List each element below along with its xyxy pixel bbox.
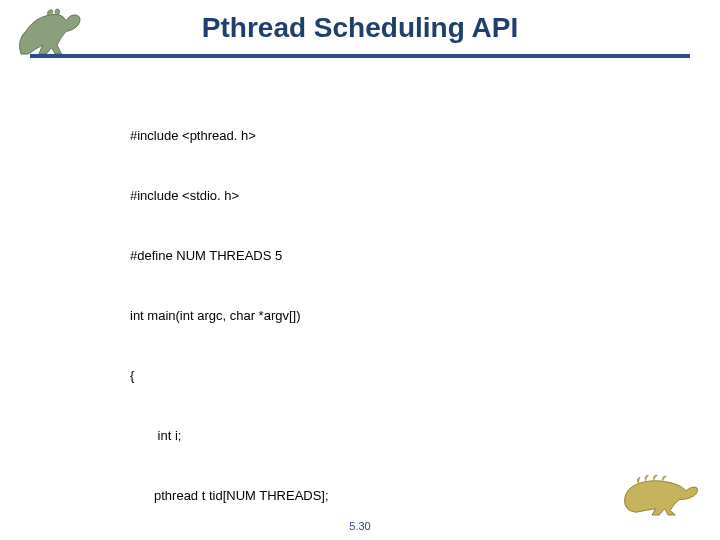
code-line: #include <pthread. h> [130,126,670,146]
code-line: int i; [130,426,670,446]
code-line: int main(int argc, char *argv[]) [130,306,670,326]
code-line: pthread t tid[NUM THREADS]; [130,486,670,506]
dinosaur-right-icon [616,465,706,520]
code-line: #define NUM THREADS 5 [130,246,670,266]
code-line: #include <stdio. h> [130,186,670,206]
code-block: #include <pthread. h> #include <stdio. h… [130,86,670,540]
slide: Pthread Scheduling API #include <pthread… [0,0,720,540]
title-underline [30,54,690,58]
code-line: { [130,366,670,386]
page-title: Pthread Scheduling API [0,12,720,44]
page-number: 5.30 [0,520,720,532]
